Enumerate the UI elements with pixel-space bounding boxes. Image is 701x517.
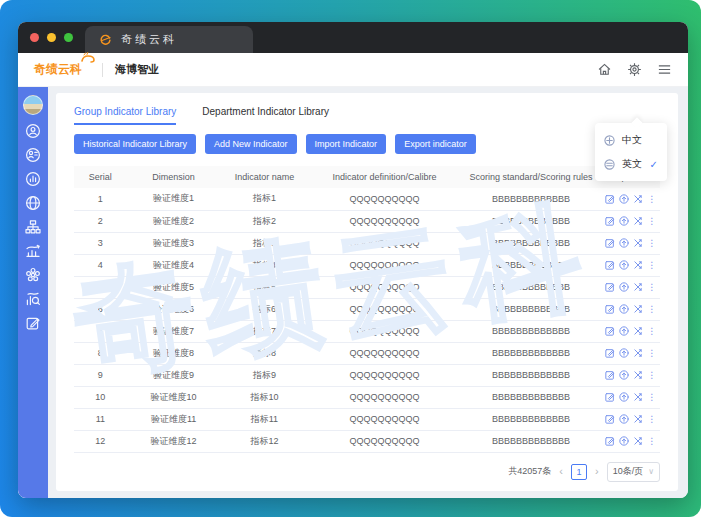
cell-definition: QQQQQQQQQQ [308,232,460,254]
edit-icon[interactable] [605,436,615,446]
avatar[interactable] [23,95,43,115]
more-icon[interactable]: ⋮ [647,436,656,446]
import-indicator-button[interactable]: Import Indicator [306,134,387,154]
edit-icon[interactable] [605,260,615,270]
cell-operate: ⋮ [601,298,660,320]
circle-up-icon[interactable] [619,370,629,380]
desktop-background: 奇绩云科 奇绩云科 海博智业 [0,0,701,517]
minimize-button[interactable] [47,33,56,42]
cell-name: 指标6 [220,298,308,320]
gear-icon[interactable] [627,62,642,77]
circle-up-icon[interactable] [619,326,629,336]
decompose-icon[interactable] [633,414,643,424]
decompose-icon[interactable] [633,238,643,248]
sidebar-item-globe-icon[interactable] [25,195,41,211]
tab-department-indicator-library[interactable]: Department Indicator Library [202,106,329,125]
sidebar-item-org-chart-icon[interactable] [25,219,41,235]
prev-page-icon[interactable]: ‹ [559,466,563,477]
more-icon[interactable]: ⋮ [647,194,656,204]
historical-indicator-library-button[interactable]: Historical Indicator Library [74,134,196,154]
menu-item-english[interactable]: 英文✓ [595,152,667,176]
cell-definition: QQQQQQQQQQ [308,188,460,210]
more-icon[interactable]: ⋮ [647,216,656,226]
edit-icon[interactable] [605,414,615,424]
cell-serial: 10 [74,386,127,408]
edit-icon[interactable] [605,216,615,226]
edit-icon[interactable] [605,326,615,336]
circle-up-icon[interactable] [619,238,629,248]
decompose-icon[interactable] [633,348,643,358]
more-icon[interactable]: ⋮ [647,304,656,314]
more-icon[interactable]: ⋮ [647,260,656,270]
column-header: Dimension [127,166,221,188]
edit-icon[interactable] [605,304,615,314]
more-icon[interactable]: ⋮ [647,326,656,336]
circle-up-icon[interactable] [619,282,629,292]
circle-up-icon[interactable] [619,436,629,446]
page-number[interactable]: 1 [571,464,587,480]
menu-item-chinese[interactable]: 中文 [595,128,667,152]
edit-icon[interactable] [605,392,615,402]
more-icon[interactable]: ⋮ [647,348,656,358]
decompose-icon[interactable] [633,370,643,380]
decompose-icon[interactable] [633,194,643,204]
cell-dimension: 验证维度5 [127,276,221,298]
cell-name: 指标11 [220,408,308,430]
edit-icon[interactable] [605,370,615,380]
sidebar-item-contact-card-icon[interactable] [25,147,41,163]
page-size-select[interactable]: 10条/页 ∨ [607,462,660,482]
sidebar-item-flower-icon[interactable] [25,267,41,283]
app-logo[interactable]: 奇绩云科 [34,61,86,78]
more-icon[interactable]: ⋮ [647,238,656,248]
cell-operate: ⋮ [601,232,660,254]
circle-up-icon[interactable] [619,392,629,402]
cell-operate: ⋮ [601,188,660,210]
decompose-icon[interactable] [633,304,643,314]
menu-icon[interactable] [657,62,672,77]
edit-icon[interactable] [605,238,615,248]
circle-up-icon[interactable] [619,260,629,270]
edit-icon[interactable] [605,194,615,204]
export-indicator-button[interactable]: Export indicator [395,134,476,154]
app-name: 海博智业 [115,62,159,77]
home-icon[interactable] [597,62,612,77]
circle-up-icon[interactable] [619,304,629,314]
decompose-icon[interactable] [633,436,643,446]
cell-definition: QQQQQQQQQQ [308,386,460,408]
circle-up-icon[interactable] [619,348,629,358]
edit-icon[interactable] [605,282,615,292]
browser-tab-title: 奇绩云科 [121,32,177,47]
circle-up-icon[interactable] [619,216,629,226]
tab-group-indicator-library[interactable]: Group Indicator Library [74,106,176,125]
table-row: 11验证维度11指标11QQQQQQQQQQBBBBBBBBBBBBB⋮ [74,408,660,430]
sidebar-item-trend-chart-icon[interactable] [25,243,41,259]
decompose-icon[interactable] [633,392,643,402]
circle-up-icon[interactable] [619,414,629,424]
add-new-indicator-button[interactable]: Add New Indicator [205,134,297,154]
decompose-icon[interactable] [633,216,643,226]
decompose-icon[interactable] [633,282,643,292]
language-dropdown: 中文英文✓ [595,123,667,181]
decompose-icon[interactable] [633,326,643,336]
sidebar-item-chart-search-icon[interactable] [25,291,41,307]
circle-up-icon[interactable] [619,194,629,204]
cell-serial: 7 [74,320,127,342]
decompose-icon[interactable] [633,260,643,270]
more-icon[interactable]: ⋮ [647,282,656,292]
next-page-icon[interactable]: › [595,466,599,477]
close-button[interactable] [30,33,39,42]
sidebar-item-user-icon[interactable] [25,123,41,139]
more-icon[interactable]: ⋮ [647,370,656,380]
cell-scoring: BBBBBBBBBBBBB [461,364,602,386]
cell-dimension: 验证维度9 [127,364,221,386]
sidebar-item-edit-icon[interactable] [25,315,41,331]
sidebar-item-bar-chart-icon[interactable] [25,171,41,187]
cell-serial: 5 [74,276,127,298]
table-row: 5验证维度5指标5QQQQQQQQQQBBBBBBBBBBBBB⋮ [74,276,660,298]
edit-icon[interactable] [605,348,615,358]
table-row: 2验证维度2指标2QQQQQQQQQQBBBBBBBBBBBBB⋮ [74,210,660,232]
more-icon[interactable]: ⋮ [647,414,656,424]
maximize-button[interactable] [64,33,73,42]
browser-tab[interactable]: 奇绩云科 [85,26,253,53]
more-icon[interactable]: ⋮ [647,392,656,402]
